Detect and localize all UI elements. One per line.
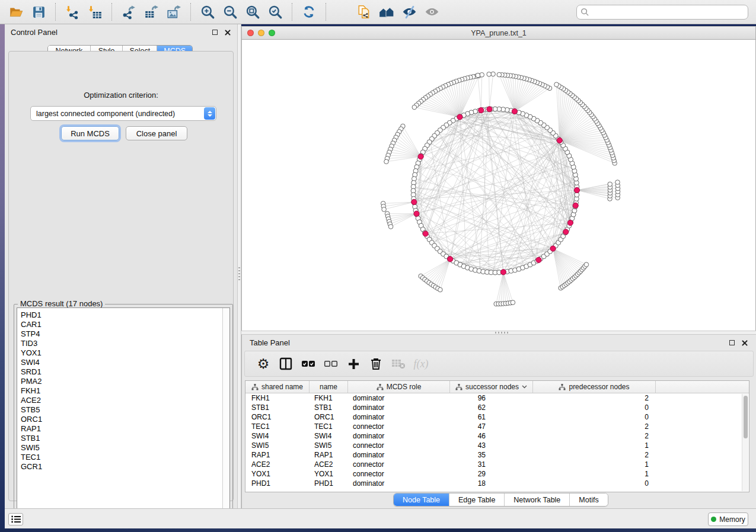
column-header-shared-name[interactable]: shared name [245, 381, 310, 393]
column-label: MCDS role [387, 383, 422, 391]
tab-edge-table[interactable]: Edge Table [449, 493, 505, 506]
zoom-in-icon[interactable] [198, 2, 217, 21]
vertical-splitter[interactable] [237, 24, 241, 508]
table-options-gear-icon[interactable]: ⚙ [253, 354, 273, 373]
memory-button[interactable]: Memory [708, 512, 748, 526]
save-session-icon[interactable] [29, 2, 48, 21]
export-network-icon[interactable] [119, 2, 138, 21]
table-row[interactable]: STB1STB1dominator620 [245, 403, 749, 412]
network-hub-node[interactable] [536, 257, 541, 262]
network-hub-node[interactable] [423, 231, 428, 236]
mcds-result-list[interactable]: PHD1CAR1STP4TID3YOX1SWI4SRD1PMA2FKH1ACE2… [17, 307, 230, 521]
select-all-icon[interactable] [298, 354, 318, 373]
mcds-result-item[interactable]: STB1 [17, 434, 229, 443]
network-hub-node[interactable] [573, 203, 578, 208]
network-hub-node[interactable] [487, 107, 492, 112]
network-view[interactable] [241, 40, 756, 331]
mcds-result-item[interactable]: YOX1 [17, 348, 229, 358]
network-hub-node[interactable] [563, 229, 569, 235]
deselect-all-icon[interactable] [321, 354, 341, 373]
add-column-icon[interactable] [343, 354, 363, 373]
import-table-icon[interactable] [85, 2, 104, 21]
network-hub-node[interactable] [574, 187, 579, 193]
column-header-MCDS-role[interactable]: MCDS role [348, 381, 450, 393]
search-input[interactable] [592, 8, 744, 17]
refresh-layout-icon[interactable] [299, 2, 318, 21]
mcds-result-item[interactable]: TID3 [17, 339, 229, 348]
horizontal-splitter[interactable] [241, 331, 756, 335]
network-canvas-svg[interactable] [242, 40, 756, 331]
tab-network-table[interactable]: Network Table [505, 493, 570, 506]
mcds-result-item[interactable]: STB5 [17, 405, 229, 415]
open-file-icon[interactable] [7, 2, 25, 21]
mcds-result-item[interactable]: GCR1 [17, 462, 229, 472]
table-row[interactable]: TEC1TEC1connector472 [245, 422, 749, 431]
mcds-result-item[interactable]: ACE2 [17, 396, 229, 405]
node-table[interactable]: shared namenameMCDS rolesuccessor nodesp… [245, 380, 749, 492]
zoom-out-icon[interactable] [221, 2, 240, 21]
table-cell: 2 [533, 393, 656, 403]
mcds-result-item[interactable]: RAP1 [17, 424, 229, 434]
network-hub-node[interactable] [557, 137, 562, 143]
mcds-result-item[interactable]: PHD1 [17, 310, 229, 320]
destroy-columns-icon[interactable] [388, 354, 409, 373]
import-network-icon[interactable] [63, 2, 82, 21]
mcds-result-item[interactable]: STP4 [17, 329, 229, 339]
optimization-select[interactable]: largest connected component (undirected) [30, 106, 216, 121]
table-cell: connector [348, 422, 450, 431]
network-hub-node[interactable] [418, 154, 423, 159]
mcds-result-item[interactable]: CAR1 [17, 320, 229, 329]
scrollbar-thumb[interactable] [744, 396, 748, 438]
network-hub-node[interactable] [414, 211, 419, 216]
table-row[interactable]: PHD1PHD1dominator180 [245, 479, 749, 488]
export-image-icon[interactable] [164, 2, 183, 21]
function-builder-icon[interactable]: f(x) [411, 354, 431, 373]
task-history-button[interactable] [8, 513, 23, 525]
mcds-result-item[interactable]: SWI5 [17, 443, 229, 453]
network-hub-node[interactable] [512, 108, 517, 114]
float-panel-icon[interactable] [211, 28, 219, 36]
mcds-result-item[interactable]: SWI4 [17, 358, 229, 367]
close-table-panel-icon[interactable] [741, 339, 748, 347]
close-panel-button[interactable]: Close panel [126, 126, 187, 140]
first-neighbors-icon[interactable] [377, 2, 396, 21]
table-row[interactable]: FKH1FKH1dominator962 [245, 393, 749, 403]
table-row[interactable]: SWI4SWI4dominator462 [245, 431, 749, 441]
column-header-name[interactable]: name [310, 381, 348, 393]
column-header-successor-nodes[interactable]: successor nodes [450, 381, 533, 393]
network-hub-node[interactable] [500, 270, 506, 275]
zoom-selected-icon[interactable] [266, 2, 285, 21]
network-hub-node[interactable] [412, 199, 417, 204]
network-window-titlebar[interactable]: YPA_prune.txt_1 [241, 26, 756, 40]
network-hub-node[interactable] [457, 114, 462, 120]
close-panel-icon[interactable] [224, 28, 231, 36]
table-scrollbar[interactable] [742, 394, 748, 491]
table-row[interactable]: RAP1RAP1dominator352 [245, 450, 749, 460]
hide-selected-icon[interactable] [400, 2, 419, 21]
show-all-icon[interactable] [422, 2, 441, 21]
mcds-result-item[interactable]: FKH1 [17, 386, 229, 396]
mcds-list-scrollbar[interactable] [222, 308, 229, 521]
mcds-result-item[interactable]: SRD1 [17, 367, 229, 377]
export-table-icon[interactable] [142, 2, 161, 21]
network-hub-node[interactable] [567, 220, 573, 226]
tab-motifs[interactable]: Motifs [570, 493, 607, 506]
tab-node-table[interactable]: Node Table [394, 493, 449, 506]
table-row[interactable]: SWI5SWI5connector431 [245, 441, 749, 450]
clone-network-icon[interactable] [355, 2, 374, 21]
toggle-panel-columns-icon[interactable] [276, 354, 296, 373]
zoom-fit-icon[interactable] [243, 2, 262, 21]
run-mcds-button[interactable]: Run MCDS [61, 126, 119, 140]
network-hub-node[interactable] [448, 257, 453, 262]
mcds-result-item[interactable]: ORC1 [17, 415, 229, 424]
float-table-panel-icon[interactable] [728, 339, 736, 347]
table-row[interactable]: YOX1YOX1connector291 [245, 469, 749, 479]
network-hub-node[interactable] [479, 108, 484, 113]
table-row[interactable]: ACE2ACE2connector311 [245, 460, 749, 469]
mcds-result-item[interactable]: PMA2 [17, 377, 229, 386]
network-hub-node[interactable] [550, 246, 556, 251]
table-row[interactable]: ORC1ORC1dominator610 [245, 412, 749, 422]
mcds-result-item[interactable]: TEC1 [17, 453, 229, 462]
column-header-predecessor-nodes[interactable]: predecessor nodes [533, 381, 656, 393]
delete-entries-icon[interactable] [366, 354, 386, 373]
